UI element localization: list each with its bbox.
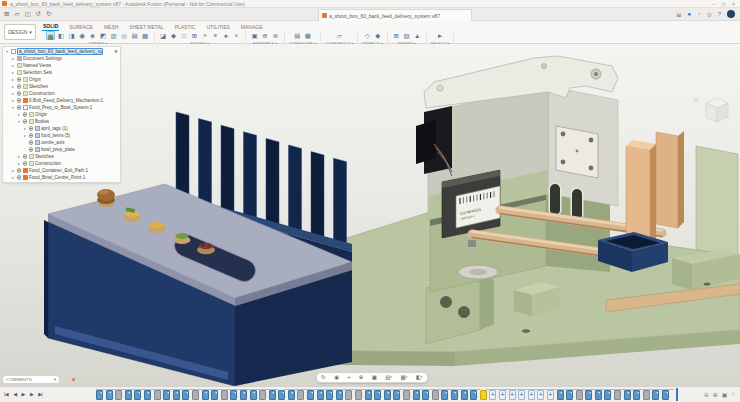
- browser-item[interactable]: ▸Construction: [3, 160, 120, 167]
- timeline-feature-icon[interactable]: [326, 390, 333, 400]
- timeline-feature-icon[interactable]: [393, 390, 400, 400]
- timeline-feature-icon[interactable]: [250, 390, 257, 400]
- model-fin[interactable]: [266, 138, 279, 227]
- timeline-feature-icon[interactable]: [537, 390, 544, 400]
- visibility-eye-icon[interactable]: [29, 147, 34, 152]
- timeline-feature-icon[interactable]: [614, 390, 621, 400]
- timeline-feature-icon[interactable]: [345, 390, 352, 400]
- timeline-feature-icon[interactable]: [643, 390, 650, 400]
- timeline-feature-icon[interactable]: [259, 390, 266, 400]
- timeline-feature-icon[interactable]: [144, 390, 151, 400]
- insert-mesh-icon[interactable]: ▲: [413, 31, 422, 40]
- browser-item[interactable]: ▸Sketches: [3, 153, 120, 160]
- save-button[interactable]: ◫: [24, 10, 30, 18]
- timeline-feature-icon[interactable]: [451, 390, 458, 400]
- profile-avatar[interactable]: [727, 10, 735, 18]
- timeline-feature-icon[interactable]: [278, 390, 285, 400]
- browser-item[interactable]: centre_axis: [3, 139, 120, 146]
- timeline-feature-icon[interactable]: [163, 390, 170, 400]
- timeline-feature-icon[interactable]: [432, 390, 439, 400]
- browser-item[interactable]: ▸Origin: [3, 111, 120, 118]
- display-settings-icon[interactable]: ▤▾: [385, 375, 392, 381]
- timeline-feature-icon[interactable]: [374, 390, 381, 400]
- timeline-zoom-out-button[interactable]: ⊖: [704, 391, 709, 398]
- timeline-feature-icon[interactable]: [566, 390, 573, 400]
- tree-caret-icon[interactable]: ▸: [17, 161, 21, 166]
- rib-icon[interactable]: ▥: [109, 31, 118, 40]
- browser-item[interactable]: ▸Sketches: [3, 83, 120, 90]
- model-fin[interactable]: [289, 145, 302, 234]
- timeline-zoom-in-button[interactable]: ⊕: [713, 391, 718, 398]
- tree-caret-icon[interactable]: ▾: [17, 119, 21, 124]
- timeline-feature-icon[interactable]: [652, 390, 659, 400]
- browser-item[interactable]: ▸Selection Sets: [3, 69, 120, 76]
- select-icon[interactable]: ►: [435, 31, 444, 40]
- model-fin[interactable]: [244, 132, 257, 221]
- fit-icon[interactable]: ▣: [372, 375, 377, 381]
- tree-caret-icon[interactable]: ▸: [11, 91, 15, 96]
- timeline-feature-icon[interactable]: [317, 390, 324, 400]
- timeline-options-button[interactable]: ○: [731, 391, 735, 398]
- notifications-button[interactable]: ⊙: [707, 11, 712, 18]
- decal-icon[interactable]: ▨: [402, 31, 411, 40]
- visibility-eye-icon[interactable]: [17, 168, 22, 173]
- timeline-feature-icon[interactable]: [403, 390, 410, 400]
- shell-icon[interactable]: □: [180, 31, 189, 40]
- browser-item[interactable]: ▸0-Bolt_Feed_Delivery_Mechanism:1: [3, 97, 120, 104]
- timeline-feature-icon[interactable]: [585, 390, 592, 400]
- timeline-feature-icon[interactable]: [547, 390, 554, 400]
- timeline-feature-icon[interactable]: [480, 390, 487, 400]
- timeline-feature-icon[interactable]: [384, 390, 391, 400]
- timeline-feature-icon[interactable]: [96, 390, 103, 400]
- model-back-plate[interactable]: [696, 146, 738, 258]
- ribbon-tab-plastic[interactable]: PLASTIC: [174, 24, 197, 31]
- ribbon-tab-solid[interactable]: SOLID: [42, 23, 59, 31]
- visibility-eye-icon[interactable]: [17, 77, 22, 82]
- browser-item[interactable]: ▸Document Settings: [3, 55, 120, 62]
- ribbon-tab-manage[interactable]: MANAGE: [240, 24, 264, 31]
- extensions-button[interactable]: ⊞: [676, 11, 681, 18]
- timeline-feature-icon[interactable]: [365, 390, 372, 400]
- timeline-feature-icon[interactable]: [499, 390, 506, 400]
- viewports-icon[interactable]: ◧▾: [416, 375, 423, 381]
- visibility-eye-icon[interactable]: [17, 175, 22, 180]
- timeline-feature-icon[interactable]: [604, 390, 611, 400]
- timeline-feature-icon[interactable]: [288, 390, 295, 400]
- sweep-icon[interactable]: ◈: [88, 31, 97, 40]
- grid-layout-icon[interactable]: ▦▾: [401, 375, 408, 381]
- browser-item[interactable]: ▸april_tags (1): [3, 125, 120, 132]
- help-button[interactable]: ?: [718, 11, 721, 17]
- pan-icon[interactable]: +: [347, 375, 350, 381]
- combine-icon[interactable]: ⊞: [190, 31, 199, 40]
- delete-icon[interactable]: ×: [232, 31, 241, 40]
- recent-activity-button[interactable]: ◔: [697, 11, 701, 17]
- ribbon-tab-sheet-metal[interactable]: SHEET METAL: [128, 24, 164, 31]
- tree-caret-icon[interactable]: ▸: [11, 63, 15, 68]
- visibility-eye-icon[interactable]: [17, 98, 22, 103]
- timeline-feature-icon[interactable]: [154, 390, 161, 400]
- file-menu-button[interactable]: ▱: [14, 10, 19, 18]
- create-sketch-icon[interactable]: ▦: [46, 31, 55, 40]
- configuration-icon[interactable]: ▤: [293, 31, 302, 40]
- timeline-feature-icon[interactable]: [115, 390, 122, 400]
- timeline-feature-icon[interactable]: [202, 390, 209, 400]
- visibility-eye-icon[interactable]: [29, 140, 34, 145]
- timeline-playhead[interactable]: [676, 388, 678, 401]
- play-button[interactable]: ▶: [22, 391, 25, 397]
- timeline-feature-icon[interactable]: [211, 390, 218, 400]
- timeline-feature-icon[interactable]: [134, 390, 141, 400]
- move-copy-icon[interactable]: +: [201, 31, 210, 40]
- timeline-feature-icon[interactable]: [413, 390, 420, 400]
- orbit-icon[interactable]: ↻: [321, 375, 326, 381]
- timeline-feature-icon[interactable]: [173, 390, 180, 400]
- show-data-panel-button[interactable]: ⊞: [4, 10, 9, 18]
- browser-item[interactable]: ▸Food_Container_Exit_Path:1: [3, 167, 120, 174]
- extrude-icon[interactable]: ◨: [67, 31, 76, 40]
- browser-item[interactable]: ▾Bodies: [3, 118, 120, 125]
- workspace-switcher[interactable]: DESIGN ▾: [4, 24, 36, 40]
- job-status-button[interactable]: ●: [687, 11, 691, 17]
- browser-item[interactable]: ▸Named Views: [3, 62, 120, 69]
- visibility-eye-icon[interactable]: [23, 161, 28, 166]
- timeline-feature-icon[interactable]: [461, 390, 468, 400]
- tree-caret-icon[interactable]: ▸: [11, 98, 15, 103]
